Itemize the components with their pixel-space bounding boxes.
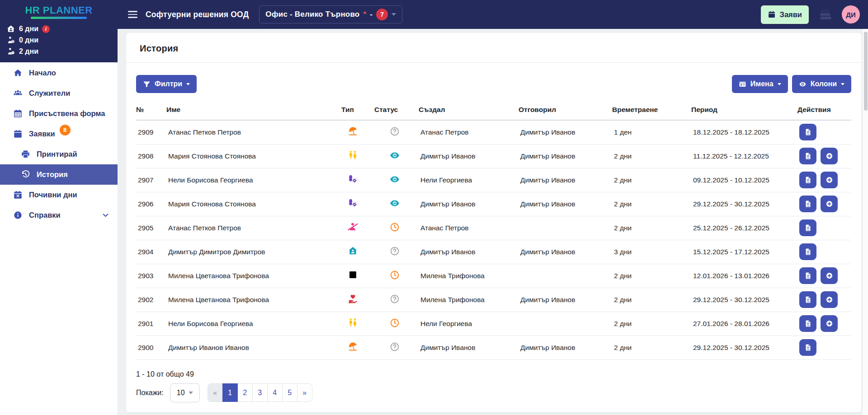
responder [519,264,612,288]
toolbar: Филтри Имена Колони [136,75,851,93]
company-name: Софтуерни решения ООД [146,10,249,19]
question-status-icon [390,342,400,352]
status-cell [374,120,419,144]
document-action-button[interactable] [799,172,816,188]
counter-label: 6 дни [19,25,38,33]
add-action-button[interactable] [821,267,838,284]
creator: Димитър Иванов [419,240,519,264]
period: 09.12.2025 - 10.12.2025 [691,168,797,192]
history-row: 2908Мария Стоянова СтояноваДимитър Ивано… [136,144,851,168]
sidebar-item-holidays[interactable]: Почивни дни [0,185,118,205]
employee-name: Димитър Димитров Димитров [166,240,341,264]
creator: Димитър Иванов [419,336,519,359]
sidebar-item-attendance-form[interactable]: Присъствена форма [0,103,118,124]
type-cell [341,216,374,240]
office-selector-button[interactable]: Офис - Велико Търново * - 7 [259,5,402,23]
column-header-name: Име [166,106,341,120]
document-action-button[interactable] [799,339,816,356]
duration: 2 дни [612,144,691,168]
sidebar-menu: Начало Служители Присъствена форма Заявк… [0,62,118,225]
app-logo[interactable]: HR PLANNER [0,5,118,19]
leave-counters: 6 дни i 0 дни 2 дни [0,19,118,56]
scrollbar[interactable] [862,29,868,415]
add-action-button[interactable] [821,196,838,212]
page-button-»[interactable]: » [297,383,312,402]
document-icon [804,248,812,256]
topbar: Софтуерни решения ООД Офис - Велико Търн… [118,0,868,29]
add-action-button[interactable] [821,172,838,188]
caret-down-icon [841,83,844,85]
eye-status-icon [390,174,400,184]
document-action-button[interactable] [799,124,816,140]
row-actions [797,336,851,359]
page-button-«: « [208,383,223,402]
menu-toggle-button[interactable] [128,11,137,18]
document-action-button[interactable] [799,291,816,308]
eye-status-icon [390,150,400,160]
sidebar-item-print[interactable]: Принтирай [0,144,118,164]
main-area: Софтуерни решения ООД Офис - Велико Търн… [118,0,868,415]
status-cell [374,192,419,216]
period: 27.01.2026 - 28.01.2026 [691,312,797,336]
document-action-button[interactable] [799,196,816,212]
request-id: 2902 [136,288,166,312]
home-icon [13,68,23,78]
responder [519,312,612,336]
sidebar-item-label: Присъствена форма [29,109,105,118]
column-header-actions: Действия [797,106,851,120]
counter-question-days: 0 дни [6,35,118,45]
creator: Атанас Петров [419,216,519,240]
page-button-1[interactable]: 1 [222,383,238,402]
document-action-button[interactable] [799,315,816,332]
filter-funnel-icon [143,80,151,88]
house-user-icon [6,24,15,33]
create-request-button[interactable]: Заяви [761,5,809,24]
birthday-cake-icon[interactable] [819,9,831,21]
page-size-select[interactable]: 10 [170,383,200,402]
creator: Димитър Иванов [419,144,519,168]
sidebar-item-history[interactable]: История [0,164,118,185]
document-action-button[interactable] [799,243,816,260]
add-action-button[interactable] [821,148,838,164]
user-avatar[interactable]: ДИ [842,5,860,23]
names-button[interactable]: Имена [732,75,788,93]
add-action-button[interactable] [821,291,838,308]
period: 12.01.2026 - 13.01.2026 [691,264,797,288]
sidebar-item-reports[interactable]: Справки [0,205,118,225]
page-button-5[interactable]: 5 [282,383,297,402]
counter-label: 2 дни [19,47,38,56]
employee-name: Атанас Петков Петров [166,216,341,240]
status-cell [374,312,419,336]
add-icon [826,272,833,280]
columns-button[interactable]: Колони [792,75,851,93]
document-action-button[interactable] [799,148,816,164]
employee-name: Мария Стоянова Стоянова [166,192,341,216]
card-body: Филтри Имена Колони [126,63,861,412]
creator: Димитър Иванов [419,192,519,216]
type-cell [341,240,374,264]
page-title: История [126,33,861,63]
page-button-2[interactable]: 2 [237,383,253,402]
sidebar-item-label: История [37,170,68,179]
sidebar-item-requests[interactable]: Заявки 8 [0,124,118,144]
sidebar-item-employees[interactable]: Служители [0,83,118,103]
add-action-button[interactable] [821,315,838,332]
status-cell [374,144,419,168]
document-action-button[interactable] [799,267,816,284]
toolbar-right: Имена Колони [732,75,851,93]
sidebar-item-home[interactable]: Начало [0,63,118,83]
request-id: 2905 [136,216,166,240]
page-button-3[interactable]: 3 [252,383,268,402]
umbrella-beach-icon [348,126,358,136]
scrollbar-thumb[interactable] [864,32,868,111]
page-button-4[interactable]: 4 [267,383,283,402]
calendar-days-icon [13,109,23,118]
document-action-button[interactable] [799,219,816,236]
counter-label: 0 дни [19,36,38,44]
chevron-down-icon [392,13,396,16]
filters-button[interactable]: Филтри [136,75,197,93]
responder: Димитър Иванов [519,336,612,359]
sidebar-item-label: Принтирай [37,150,77,159]
request-id: 2904 [136,240,166,264]
type-cell [341,264,374,288]
